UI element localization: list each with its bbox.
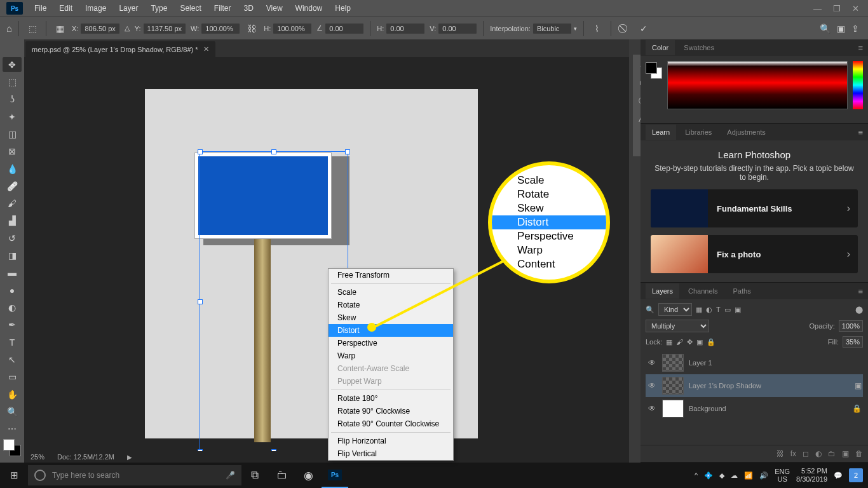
skew-v-value[interactable]: 0.00 (438, 24, 477, 34)
menu-image[interactable]: Image (79, 4, 112, 13)
cm-rotate[interactable]: Rotate (329, 299, 453, 311)
new-layer-icon[interactable]: ▣ (842, 449, 849, 458)
photoshop-taskbar-icon[interactable]: Ps (322, 463, 348, 488)
panel-menu-icon[interactable]: ≡ (858, 287, 868, 296)
learn-card-fix-a-photo[interactable]: Fix a photo › (651, 235, 858, 273)
handle-top-mid[interactable] (271, 149, 276, 154)
clone-stamp-tool[interactable]: ▟ (3, 214, 22, 228)
cm-rotate-90-ccw[interactable]: Rotate 90° Counter Clockwise (329, 417, 453, 430)
filter-shape-icon[interactable]: ▭ (724, 306, 731, 314)
filter-adjust-icon[interactable]: ◐ (706, 306, 712, 314)
marquee-tool[interactable]: ⬚ (3, 74, 22, 89)
menu-3d[interactable]: 3D (237, 4, 259, 13)
move-tool[interactable]: ✥ (3, 57, 22, 72)
history-brush-tool[interactable]: ↺ (3, 231, 22, 245)
tray-network-icon[interactable]: 📶 (744, 471, 753, 480)
skew-h-value[interactable]: 0.00 (386, 24, 424, 34)
eyedropper-tool[interactable]: 💧 (3, 161, 22, 176)
color-ramp[interactable] (667, 61, 848, 109)
window-close[interactable]: ✕ (852, 4, 859, 13)
window-minimize[interactable]: — (813, 4, 822, 13)
fill-value[interactable]: 35% (843, 336, 863, 348)
menu-type[interactable]: Type (144, 4, 173, 13)
filter-toggle[interactable]: ⬤ (855, 306, 863, 314)
taskbar-search[interactable]: Type here to search 🎤 (28, 465, 241, 485)
brush-tool[interactable]: 🖌 (3, 196, 22, 211)
layer-name[interactable]: Background (689, 405, 726, 412)
file-explorer-icon[interactable]: 🗀 (268, 463, 295, 488)
lasso-tool[interactable]: ʖ (3, 92, 22, 107)
angle-value[interactable]: 0.00 (325, 24, 363, 34)
tab-channels[interactable]: Channels (682, 283, 724, 299)
color-swatch-pair[interactable] (646, 62, 662, 79)
layer-thumbnail[interactable] (662, 354, 684, 372)
visibility-toggle-icon[interactable]: 👁 (647, 404, 657, 413)
interpolation-value[interactable]: Bicubic (533, 24, 571, 34)
tray-volume-icon[interactable]: 🔊 (759, 471, 768, 480)
layer-filter-select[interactable]: Kind (658, 303, 692, 316)
warp-icon[interactable]: ⌇ (590, 22, 604, 36)
tray-lang2[interactable]: US (775, 475, 790, 483)
layer-name[interactable]: Layer 1's Drop Shadow (689, 382, 761, 390)
link-layers-icon[interactable]: ⛓ (776, 449, 784, 458)
handle-mid-left[interactable] (198, 299, 203, 304)
zoom-level[interactable]: 25% (31, 453, 44, 461)
layer-options-icon[interactable]: ▣ (855, 381, 862, 390)
tray-action-center-icon[interactable]: 💬 (834, 471, 843, 480)
layer-name[interactable]: Layer 1 (689, 359, 712, 367)
filter-pixel-icon[interactable]: ▦ (696, 306, 702, 314)
lock-pixels-icon[interactable]: 🖌 (676, 338, 683, 346)
path-select-tool[interactable]: ↖ (3, 352, 22, 367)
status-menu-chevron-icon[interactable]: ▶ (127, 454, 132, 461)
panel-menu-icon[interactable]: ≡ (858, 128, 868, 137)
lock-all-icon[interactable]: 🔒 (707, 338, 715, 346)
cm-rotate-90-cw[interactable]: Rotate 90° Clockwise (329, 405, 453, 417)
visibility-toggle-icon[interactable]: 👁 (647, 381, 657, 390)
zoom-tool[interactable]: 🔍 (3, 404, 22, 419)
foreground-background-swatches[interactable] (3, 439, 21, 456)
menu-help[interactable]: Help (329, 4, 357, 13)
share-icon[interactable]: ⇪ (851, 24, 859, 34)
handle-top-right[interactable] (345, 149, 350, 154)
healing-brush-tool[interactable]: 🩹 (3, 179, 22, 193)
tab-libraries[interactable]: Libraries (679, 125, 718, 140)
menu-view[interactable]: View (260, 4, 289, 13)
type-tool[interactable]: T (3, 335, 22, 349)
tab-layers[interactable]: Layers (646, 283, 679, 299)
hand-tool[interactable]: ✋ (3, 387, 22, 402)
search-icon[interactable]: 🔍 (820, 24, 831, 34)
mic-icon[interactable]: 🎤 (226, 471, 235, 480)
crop-tool[interactable]: ◫ (3, 126, 22, 141)
magic-wand-tool[interactable]: ✦ (3, 109, 22, 124)
edit-toolbar[interactable]: ⋯ (3, 422, 22, 437)
home-icon[interactable]: ⌂ (6, 23, 12, 34)
group-icon[interactable]: 🗀 (828, 449, 836, 458)
layer-item[interactable]: 👁 Background 🔒 (646, 397, 863, 420)
menu-window[interactable]: Window (289, 4, 329, 13)
menu-select[interactable]: Select (173, 4, 207, 13)
tab-learn[interactable]: Learn (646, 125, 676, 140)
tray-clock[interactable]: 5:52 PM 8/30/2019 (796, 467, 827, 484)
commit-transform-icon[interactable]: ✓ (637, 22, 651, 36)
pen-tool[interactable]: ✒ (3, 318, 22, 332)
tab-paths[interactable]: Paths (727, 283, 757, 299)
filter-type-icon[interactable]: T (716, 306, 721, 313)
tab-adjustments[interactable]: Adjustments (721, 125, 772, 140)
menu-layer[interactable]: Layer (112, 4, 144, 13)
blend-mode-select[interactable]: Multiply (646, 320, 709, 332)
opacity-value[interactable]: 100% (839, 320, 863, 332)
eraser-tool[interactable]: ◨ (3, 248, 22, 262)
layer-thumbnail[interactable] (662, 400, 684, 417)
frame-tool[interactable]: ⊠ (3, 144, 22, 159)
delete-layer-icon[interactable]: 🗑 (855, 449, 863, 458)
cm-distort[interactable]: Distort (329, 324, 453, 337)
cortana-icon[interactable] (34, 470, 46, 481)
tray-cc-icon[interactable]: 💠 (704, 471, 713, 480)
learn-card-fundamental-skills[interactable]: Fundamental Skills › (651, 189, 858, 227)
lock-transparent-icon[interactable]: ▦ (666, 338, 672, 346)
menu-filter[interactable]: Filter (208, 4, 238, 13)
tray-dropbox-icon[interactable]: ◆ (719, 471, 724, 480)
chrome-icon[interactable]: ◉ (295, 463, 322, 488)
cancel-transform-icon[interactable]: ⃠ (618, 22, 632, 36)
task-view-icon[interactable]: ⧉ (241, 463, 268, 488)
